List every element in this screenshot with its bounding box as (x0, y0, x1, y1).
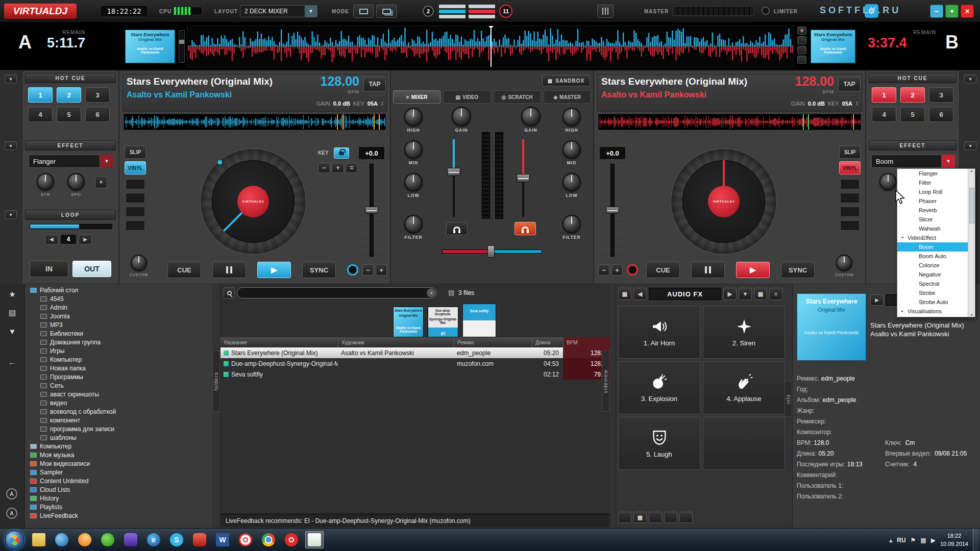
pad-button[interactable] (126, 179, 145, 189)
prev-bank-icon[interactable]: ◀ (633, 288, 647, 300)
folder-tree-item[interactable]: программа для записи (25, 424, 212, 433)
favorites-star-icon[interactable]: ★ (6, 288, 18, 300)
headphone-cue-right-button[interactable] (514, 222, 536, 235)
gain-knob-left[interactable]: GAIN (443, 107, 480, 133)
column-header[interactable]: Длина (532, 337, 563, 347)
effect-menu-item[interactable]: Reverb (897, 206, 968, 215)
list-view-icon[interactable]: ▤ (6, 307, 18, 319)
minus-button[interactable]: − (598, 264, 609, 276)
gain-knob-right[interactable]: GAIN (512, 107, 549, 133)
hot-cue-button[interactable]: 4 (28, 107, 53, 122)
knob-dial[interactable] (562, 215, 581, 233)
list-view-icon[interactable]: ≡ (769, 288, 782, 300)
knob-dial[interactable] (404, 140, 423, 159)
folder-tree-item[interactable]: Игры (25, 346, 212, 355)
effect-menu-item[interactable]: Strobe Auto (897, 297, 968, 307)
tap-button[interactable]: TAP (363, 77, 386, 91)
filter-icon[interactable]: ▼ (6, 325, 18, 337)
file-row[interactable]: Due-amp-Deephust-Synergy-Original-Mix El… (220, 358, 610, 369)
start-button[interactable] (5, 531, 24, 549)
folder-tree-item[interactable]: компонент (25, 416, 212, 424)
crossfader-handle[interactable] (487, 245, 495, 258)
folder-tree-item[interactable]: LiveFeedback (25, 511, 212, 520)
eq-knob-item[interactable]: MID (553, 140, 590, 166)
folder-tree-item[interactable]: всеволод с обработкой (25, 407, 212, 416)
folder-tree-item[interactable]: Рабочий стол (25, 286, 212, 294)
hot-cue-button[interactable]: 2 (57, 87, 81, 103)
sampler-pad-empty[interactable] (703, 417, 785, 470)
loop-ring-button[interactable] (347, 264, 358, 276)
hot-cue-button[interactable]: 6 (929, 107, 953, 122)
knob-dial[interactable] (562, 108, 581, 126)
column-header[interactable]: Название (220, 337, 338, 347)
add-effect-button[interactable]: + (95, 176, 107, 188)
collapse-hotcue-icon[interactable]: ▾ (5, 74, 17, 83)
pause-button[interactable] (212, 262, 246, 278)
taskbar-app-icon[interactable]: O (236, 531, 255, 548)
taskbar-app-icon[interactable] (259, 531, 278, 548)
sampler-pad-applause[interactable]: 4. Applause (703, 361, 785, 414)
effect-menu-item[interactable]: Phaser (897, 196, 968, 206)
pad-button[interactable] (840, 193, 860, 203)
hot-cue-button[interactable]: 1 (872, 87, 896, 103)
column-header[interactable]: BPM (563, 337, 610, 347)
effect-menu-item[interactable]: Spectral (897, 279, 968, 288)
hot-cue-button[interactable]: 4 (872, 107, 896, 122)
folder-tree-item[interactable]: Admin (25, 303, 212, 312)
pad-button[interactable] (840, 179, 860, 189)
grid-view-icon[interactable]: ▦ (754, 288, 767, 300)
slider-handle[interactable] (606, 207, 619, 214)
side-button[interactable] (797, 46, 806, 54)
play-button[interactable]: ▶ (736, 262, 770, 278)
hot-cue-button[interactable]: 2 (900, 87, 925, 103)
automix-badge-icon[interactable]: A (6, 488, 17, 499)
effect-menu-item[interactable]: Negative (897, 270, 968, 279)
taskbar-app-icon[interactable] (30, 531, 48, 548)
eq-knob-item[interactable]: HIGH (553, 108, 590, 133)
folder-tree-item[interactable]: 4545 (25, 294, 212, 303)
folder-tree-item[interactable]: Библиотеки (25, 329, 212, 338)
pad-button[interactable] (126, 220, 145, 231)
channel-fader-right[interactable] (516, 139, 531, 217)
pad-button[interactable] (126, 193, 145, 203)
mode-single-button[interactable] (353, 5, 374, 18)
eq-knob-item[interactable]: LOW (395, 173, 432, 198)
language-indicator[interactable]: RU (897, 537, 905, 544)
flag-icon[interactable]: ⚑ (911, 537, 916, 544)
scroll-down-icon[interactable]: ▼ (970, 313, 973, 317)
folder-tree-item[interactable]: Мои видеозаписи (25, 459, 212, 468)
loop-half-button[interactable]: ◀ (45, 234, 58, 244)
album-art-thumb[interactable]: Due-amp-Deephust- Synergy-Original-Mix E… (428, 307, 458, 337)
chevron-down-icon[interactable]: ▼ (305, 6, 317, 17)
effect-menu-item[interactable]: Slicer (897, 215, 968, 224)
scroll-up-icon[interactable]: ▲ (970, 169, 973, 172)
pad-button[interactable] (126, 207, 145, 217)
plus-button[interactable]: + (376, 264, 387, 276)
side-button[interactable] (797, 36, 806, 44)
overview-waveform[interactable] (187, 26, 794, 67)
mixer-tab[interactable]: ≡MIXER (393, 90, 440, 104)
key-lock-icon[interactable] (334, 147, 349, 159)
pause-button[interactable] (691, 262, 725, 278)
slip-button[interactable]: SLIP (125, 145, 146, 159)
rec-icon[interactable] (618, 512, 631, 523)
knob-dial[interactable] (452, 107, 471, 126)
folder-tree-item[interactable]: Компьютер (25, 355, 212, 364)
effect-menu-item[interactable]: Colorize (897, 261, 968, 270)
headphone-cue-left-button[interactable] (446, 222, 468, 235)
folder-tree-item[interactable]: History (25, 494, 212, 503)
pad-button[interactable] (840, 207, 860, 217)
effect-menu-item[interactable]: Strobe (897, 288, 968, 297)
close-button[interactable]: × (961, 5, 974, 18)
chevron-down-icon[interactable]: ▼ (942, 155, 955, 168)
folder-tree-item[interactable]: Content Unlimited (25, 477, 212, 485)
knob-dial[interactable] (37, 173, 54, 190)
folder-tree-item[interactable]: Новая папка (25, 364, 212, 372)
knob-dial[interactable] (562, 173, 581, 191)
grid-icon[interactable]: ▦ (633, 512, 647, 523)
taskbar-app-icon[interactable]: e (144, 531, 163, 548)
taskbar-app-icon[interactable] (99, 531, 117, 548)
key-updown-icon[interactable]: ▲▼ (381, 101, 384, 106)
effect-menu-item[interactable]: Boom (897, 242, 968, 252)
next-bank-icon[interactable]: ▶ (723, 288, 737, 300)
